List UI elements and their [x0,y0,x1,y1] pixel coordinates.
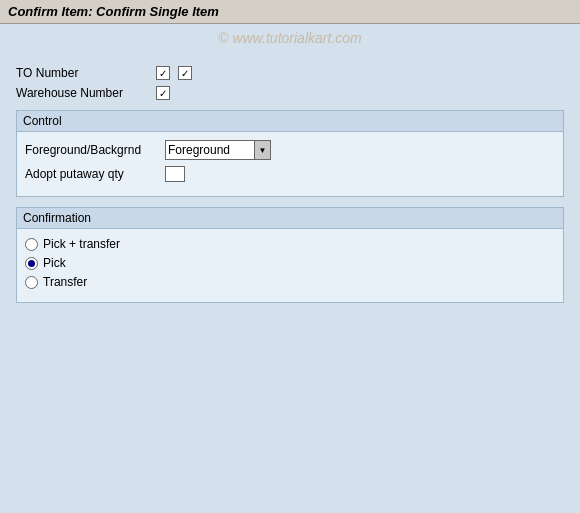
foreground-label: Foreground/Backgrnd [25,143,165,157]
to-number-checkbox2[interactable] [178,66,194,80]
warehouse-number-checkbox[interactable] [156,86,172,100]
control-section-title: Control [17,111,563,132]
foreground-dropdown-arrow[interactable]: ▼ [255,140,271,160]
warehouse-number-label: Warehouse Number [16,86,156,100]
radio-pick[interactable] [25,257,38,270]
watermark: © www.tutorialkart.com [0,24,580,56]
foreground-select[interactable]: Foreground Background [165,140,255,160]
putaway-input[interactable] [165,166,185,182]
confirmation-options: Pick + transfer Pick Transfer [17,229,563,302]
putaway-label: Adopt putaway qty [25,167,165,181]
to-number-checkbox1[interactable] [156,66,172,80]
warehouse-number-row: Warehouse Number [16,86,564,100]
to-number-check2[interactable] [178,66,192,80]
to-number-check1[interactable] [156,66,170,80]
watermark-text: © www.tutorialkart.com [218,30,361,46]
warehouse-number-check[interactable] [156,86,170,100]
foreground-dropdown-container: Foreground Background ▼ [165,140,271,160]
to-number-row: TO Number [16,66,564,80]
radio-transfer[interactable] [25,276,38,289]
confirmation-section: Confirmation Pick + transfer Pick Transf… [16,207,564,303]
radio-row-pick-transfer[interactable]: Pick + transfer [25,237,555,251]
radio-pick-label: Pick [43,256,66,270]
foreground-row: Foreground/Backgrnd Foreground Backgroun… [25,140,555,160]
control-section: Control Foreground/Backgrnd Foreground B… [16,110,564,197]
radio-row-pick[interactable]: Pick [25,256,555,270]
radio-row-transfer[interactable]: Transfer [25,275,555,289]
radio-pick-transfer[interactable] [25,238,38,251]
to-number-label: TO Number [16,66,156,80]
confirmation-section-title: Confirmation [17,208,563,229]
title-text: Confirm Item: Confirm Single Item [8,4,219,19]
putaway-row: Adopt putaway qty [25,166,555,182]
radio-pick-transfer-label: Pick + transfer [43,237,120,251]
radio-transfer-label: Transfer [43,275,87,289]
title-bar: Confirm Item: Confirm Single Item [0,0,580,24]
